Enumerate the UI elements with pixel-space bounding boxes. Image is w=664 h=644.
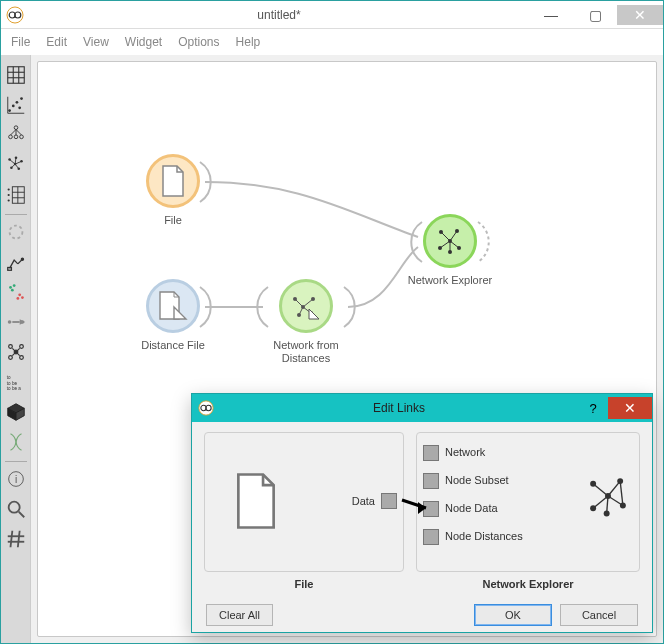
- tool-scatter-icon[interactable]: [2, 91, 30, 119]
- svg-point-8: [8, 109, 11, 112]
- input-port-node-data[interactable]: [423, 501, 439, 517]
- tool-info-icon[interactable]: i: [2, 465, 30, 493]
- svg-line-102: [620, 481, 623, 505]
- input-port-label-node-data: Node Data: [445, 502, 498, 514]
- menu-widget[interactable]: Widget: [125, 35, 162, 49]
- svg-point-52: [19, 345, 23, 349]
- svg-point-91: [438, 246, 442, 250]
- svg-point-53: [8, 356, 12, 360]
- menu-view[interactable]: View: [83, 35, 109, 49]
- svg-text:to be: to be: [6, 381, 17, 386]
- node-network-from-distances[interactable]: Network from Distances: [251, 279, 361, 365]
- menu-edit[interactable]: Edit: [46, 35, 67, 49]
- tool-ring-icon[interactable]: [2, 218, 30, 246]
- svg-text:i: i: [14, 474, 16, 485]
- tool-hash-icon[interactable]: [2, 525, 30, 553]
- svg-line-19: [16, 130, 22, 136]
- close-button[interactable]: ✕: [617, 5, 663, 25]
- tool-search-icon[interactable]: [2, 495, 30, 523]
- svg-point-92: [457, 246, 461, 250]
- input-port-node-distances[interactable]: [423, 529, 439, 545]
- svg-point-13: [14, 126, 18, 130]
- tool-butterfly-icon[interactable]: [2, 338, 30, 366]
- tool-words-icon[interactable]: toto beto be a: [2, 368, 30, 396]
- svg-point-15: [19, 135, 23, 139]
- minimize-button[interactable]: —: [529, 5, 573, 25]
- maximize-button[interactable]: ▢: [573, 5, 617, 25]
- svg-line-57: [16, 348, 19, 351]
- svg-point-9: [11, 105, 14, 108]
- input-port-label-network: Network: [445, 446, 485, 458]
- svg-line-29: [11, 164, 15, 168]
- dialog-app-icon: [192, 394, 220, 422]
- svg-point-46: [16, 297, 19, 300]
- svg-point-16: [14, 135, 18, 139]
- tool-map-icon[interactable]: [2, 308, 30, 336]
- svg-point-106: [590, 505, 596, 511]
- svg-point-89: [455, 229, 459, 233]
- dialog-close-button[interactable]: ✕: [608, 397, 652, 419]
- svg-point-93: [448, 250, 452, 254]
- svg-rect-40: [7, 268, 11, 271]
- input-port-node-subset[interactable]: [423, 473, 439, 489]
- dialog-title: Edit Links: [220, 401, 578, 415]
- svg-line-59: [16, 353, 19, 356]
- svg-point-80: [301, 305, 305, 309]
- svg-point-68: [8, 502, 19, 513]
- svg-point-81: [297, 313, 301, 317]
- svg-point-78: [293, 297, 297, 301]
- output-port-data[interactable]: [381, 493, 397, 509]
- tool-dna-icon[interactable]: [2, 428, 30, 456]
- svg-line-56: [12, 348, 15, 351]
- app-icon: [1, 1, 29, 29]
- tool-pivot-icon[interactable]: [2, 181, 30, 209]
- cancel-button[interactable]: Cancel: [560, 604, 638, 626]
- svg-point-43: [10, 289, 13, 292]
- svg-point-35: [7, 188, 9, 190]
- dialog-help-button[interactable]: ?: [578, 397, 608, 419]
- tool-network-icon[interactable]: [2, 151, 30, 179]
- svg-line-71: [17, 531, 19, 548]
- clear-all-button[interactable]: Clear All: [206, 604, 273, 626]
- svg-line-17: [10, 130, 16, 136]
- svg-point-37: [7, 199, 9, 201]
- svg-point-39: [21, 258, 23, 260]
- svg-point-105: [605, 493, 611, 499]
- svg-point-104: [617, 478, 623, 484]
- svg-text:to be a: to be a: [6, 386, 20, 391]
- node-network-from-distances-label: Network from Distances: [251, 339, 361, 365]
- node-file[interactable]: File: [118, 154, 228, 227]
- link-target-card: Network Node Subset Node Data Node Dista…: [416, 432, 640, 572]
- svg-rect-31: [12, 187, 24, 204]
- svg-point-45: [21, 296, 24, 299]
- svg-rect-3: [7, 67, 24, 84]
- svg-point-42: [12, 284, 15, 287]
- ok-button[interactable]: OK: [474, 604, 552, 626]
- svg-point-103: [590, 481, 596, 487]
- menu-help[interactable]: Help: [236, 35, 261, 49]
- menu-file[interactable]: File: [11, 35, 30, 49]
- node-network-explorer[interactable]: Network Explorer: [395, 214, 505, 287]
- svg-point-107: [620, 502, 626, 508]
- tool-digger-icon[interactable]: [2, 248, 30, 276]
- toolbox-divider: [5, 214, 27, 215]
- tool-cluster-scatter-icon[interactable]: [2, 278, 30, 306]
- svg-line-26: [9, 160, 14, 165]
- tool-cube-icon[interactable]: [2, 398, 30, 426]
- svg-point-51: [8, 345, 12, 349]
- main-titlebar: untitled* — ▢ ✕: [1, 1, 663, 29]
- svg-point-11: [20, 97, 23, 100]
- window-title: untitled*: [29, 8, 529, 22]
- svg-line-30: [15, 164, 19, 169]
- tool-tree-icon[interactable]: [2, 121, 30, 149]
- menu-options[interactable]: Options: [178, 35, 219, 49]
- input-port-network[interactable]: [423, 445, 439, 461]
- toolbox-divider: [5, 461, 27, 462]
- svg-point-10: [15, 101, 18, 104]
- svg-line-58: [12, 353, 15, 356]
- tool-grid-icon[interactable]: [2, 61, 30, 89]
- link-target-label: Network Explorer: [416, 578, 640, 590]
- edge-file-to-netexp: [205, 182, 418, 237]
- node-distance-file[interactable]: Distance File: [118, 279, 228, 352]
- widget-toolbox: toto beto be a i: [1, 55, 31, 643]
